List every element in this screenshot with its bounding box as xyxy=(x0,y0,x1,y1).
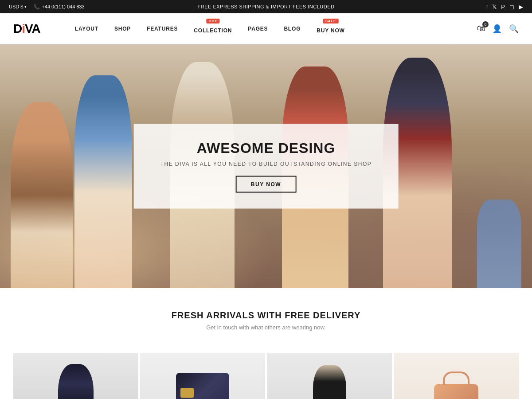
hero-figure-1 xyxy=(11,102,73,288)
top-bar: USD $ 📞 +44 0(111) 044 833 FREE EXPRESS … xyxy=(0,0,532,13)
nav-features[interactable]: FEATURES xyxy=(139,13,186,44)
nav-pages-label: PAGES xyxy=(248,26,268,32)
nav-blog-label: BLOG xyxy=(284,26,301,32)
top-bar-left: USD $ 📞 +44 0(111) 044 833 xyxy=(9,4,85,10)
nav-blog[interactable]: BLOG xyxy=(276,13,309,44)
nav-layout-label: LAYOUT xyxy=(75,26,98,32)
product-image-4 xyxy=(394,353,519,399)
hero-title: AWESOME DESING xyxy=(160,140,372,156)
belt-buckle xyxy=(180,388,194,398)
product-bag xyxy=(434,384,478,399)
logo[interactable]: DiVA xyxy=(13,22,40,36)
phone-number: 📞 +44 0(111) 044 833 xyxy=(34,4,84,10)
user-icon[interactable]: 👤 xyxy=(492,24,502,34)
product-card-2[interactable] xyxy=(140,353,265,399)
header-icons: 🛍 0 👤 🔍 xyxy=(477,24,519,34)
search-icon[interactable]: 🔍 xyxy=(509,24,519,34)
bag-handle xyxy=(443,372,469,385)
product-belt xyxy=(176,373,229,399)
header: DiVA LAYOUT SHOP FEATURES HOT COLLECTION… xyxy=(0,13,532,44)
product-card-3[interactable] xyxy=(267,353,392,399)
youtube-icon[interactable]: ▶ xyxy=(519,4,523,10)
nav-pages[interactable]: PAGES xyxy=(240,13,276,44)
arrivals-subtitle: Get in touch with what others are wearin… xyxy=(13,324,519,331)
arrivals-section: FRESH ARRIVALS WITH FREE DELIVERY Get in… xyxy=(0,288,532,353)
phone-icon: 📞 xyxy=(34,4,40,10)
cart-icon[interactable]: 🛍 0 xyxy=(477,24,485,33)
social-links: f 𝕏 P ◻ ▶ xyxy=(486,4,523,10)
logo-accent: i xyxy=(22,22,25,36)
facebook-icon[interactable]: f xyxy=(486,4,488,10)
nav-collection-label: COLLECTION xyxy=(194,27,232,34)
product-figure-1 xyxy=(58,364,94,399)
nav-shop[interactable]: SHOP xyxy=(106,13,139,44)
shipping-notice: FREE EXPRESS SHIPPING & IMPORT FEES INCL… xyxy=(198,4,335,9)
hero-figure-6 xyxy=(477,200,521,288)
hero-cta-button[interactable]: BUY NOW xyxy=(236,176,296,193)
currency-selector[interactable]: USD $ xyxy=(9,4,27,9)
nav-buy-now[interactable]: SALE BUY NOW xyxy=(309,13,352,44)
nav-collection[interactable]: HOT COLLECTION xyxy=(186,13,240,44)
phone-text: +44 0(111) 044 833 xyxy=(42,4,84,9)
product-image-3 xyxy=(267,353,392,399)
product-card-4[interactable] xyxy=(394,353,519,399)
nav-shop-label: SHOP xyxy=(114,26,131,32)
cart-count: 0 xyxy=(482,21,489,27)
nav-layout[interactable]: LAYOUT xyxy=(67,13,106,44)
hero-figure-2 xyxy=(74,75,132,288)
product-figure-3 xyxy=(313,365,346,399)
hero-overlay: AWESOME DESING THE DIVA IS ALL YOU NEED … xyxy=(134,124,399,209)
instagram-icon[interactable]: ◻ xyxy=(509,4,514,10)
buy-now-badge: SALE xyxy=(323,19,339,23)
hero-subtitle: THE DIVA IS ALL YOU NEED TO BUILD OUTSTA… xyxy=(160,161,372,167)
currency-label: USD $ xyxy=(9,4,23,9)
product-image-1 xyxy=(13,353,138,399)
nav-buy-now-label: BUY NOW xyxy=(317,27,344,34)
hero-section: AWESOME DESING THE DIVA IS ALL YOU NEED … xyxy=(0,44,532,288)
twitter-icon[interactable]: 𝕏 xyxy=(492,4,497,10)
collection-badge: HOT xyxy=(207,19,219,23)
product-image-2 xyxy=(140,353,265,399)
main-nav: LAYOUT SHOP FEATURES HOT COLLECTION PAGE… xyxy=(67,13,477,44)
nav-features-label: FEATURES xyxy=(147,26,178,32)
pinterest-icon[interactable]: P xyxy=(501,4,505,10)
arrivals-title: FRESH ARRIVALS WITH FREE DELIVERY xyxy=(13,310,519,321)
product-card-1[interactable] xyxy=(13,353,138,399)
products-grid xyxy=(0,353,532,399)
